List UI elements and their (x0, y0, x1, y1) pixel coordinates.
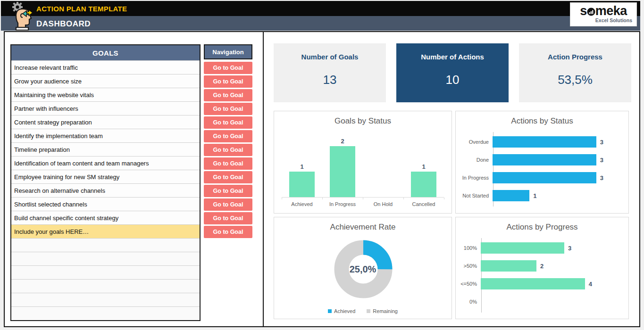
category-label: 100% (460, 245, 481, 251)
bar (481, 260, 536, 272)
bar-value-label: 1 (300, 163, 303, 170)
navigation-column: Navigation Go to GoalGo to GoalGo to Goa… (204, 44, 252, 238)
someka-logo[interactable]: smeka Excel Solutions (570, 2, 637, 26)
nav-slot: Go to Goal (204, 74, 252, 88)
go-to-goal-button[interactable]: Go to Goal (204, 157, 252, 170)
app-title: ACTION PLAN TEMPLATE (36, 5, 127, 13)
category-label: 0% (460, 299, 481, 305)
bar (493, 154, 596, 165)
bar-value-label: 1 (422, 163, 425, 170)
actions-by-status-plot: Overdue3Done3In Progress3Not Started1 (460, 133, 603, 205)
axis-tick (282, 198, 282, 199)
axis-tick (363, 198, 363, 199)
column-slot: 1 (403, 134, 444, 197)
goal-cell[interactable]: Partner with influencers (11, 101, 200, 115)
navigation-buttons: Go to GoalGo to GoalGo to GoalGo to Goal… (204, 60, 252, 238)
bar-value-label: 3 (600, 139, 603, 146)
bar (493, 172, 596, 183)
category-label: Done (460, 157, 493, 163)
go-to-goal-button[interactable]: Go to Goal (204, 212, 252, 224)
goal-cell-empty[interactable] (11, 279, 200, 293)
goal-cell[interactable]: Employee training for new SM strategy (11, 170, 200, 183)
bar-track: 3 (493, 172, 603, 183)
go-to-goal-button[interactable]: Go to Goal (204, 144, 252, 156)
legend-swatch (328, 309, 332, 313)
column-slot (363, 134, 403, 197)
goal-cell-empty[interactable] (11, 238, 200, 252)
go-to-goal-button[interactable]: Go to Goal (204, 116, 252, 129)
goal-cell[interactable]: Grow your audience size (11, 74, 200, 88)
bar-row: 0% (460, 293, 592, 311)
category-label: Cancelled (403, 201, 444, 207)
category-label: >50% (460, 263, 481, 269)
actions-by-progress-plot: 100%3>50%2<=50%40% (460, 239, 592, 311)
goals-rows: Increase relevant trafficGrow your audie… (11, 60, 200, 320)
bar-value-label: 3 (600, 157, 603, 164)
go-to-goal-button[interactable]: Go to Goal (204, 62, 252, 74)
nav-slot: Go to Goal (204, 197, 252, 211)
goal-cell[interactable]: Build channel specific content strategy (11, 211, 200, 224)
nav-slot: Go to Goal (204, 129, 252, 142)
bar-row: 100%3 (460, 239, 592, 257)
bar-value-label: 3 (600, 174, 603, 182)
goal-cell[interactable]: Content strategy preparation (11, 115, 200, 129)
nav-slot: Go to Goal (204, 211, 252, 224)
goal-cell-empty[interactable] (11, 306, 200, 320)
goal-cell[interactable]: Identification of team content and team … (11, 156, 200, 170)
axis-tick (444, 198, 444, 199)
bar-row: Done3 (460, 151, 603, 169)
goal-cell[interactable]: Research on alternative channels (11, 183, 200, 197)
nav-slot: Go to Goal (204, 115, 252, 129)
goals-table-header: GOALS (11, 45, 200, 60)
goal-cell[interactable]: Maintaining the website vitals (11, 88, 200, 101)
goals-by-status-category-labels: AchievedIn ProgressOn HoldCancelled (282, 201, 444, 207)
goal-cell[interactable]: Shortlist selected channels (11, 197, 200, 211)
bar (493, 136, 596, 148)
bar-value-label: 2 (540, 263, 544, 270)
go-to-goal-button[interactable]: Go to Goal (204, 130, 252, 142)
go-to-goal-button[interactable]: Go to Goal (204, 171, 252, 183)
category-label: <=50% (460, 281, 481, 287)
bar-row: <=50%4 (460, 275, 592, 293)
chart-title-achievement-rate: Achievement Rate (274, 223, 452, 232)
app-header: ACTION PLAN TEMPLATE DASHBOARD smeka Exc… (1, 1, 640, 31)
logo-chart-icon (587, 8, 595, 16)
bar-row: Not Started1 (460, 187, 603, 205)
bar-value-label: 1 (533, 192, 536, 199)
category-label: In Progress (322, 201, 363, 207)
go-to-goal-button[interactable]: Go to Goal (204, 75, 252, 88)
chart-goals-by-status: Goals by Status 121 AchievedIn ProgressO… (274, 111, 452, 214)
bar-row: Overdue3 (460, 133, 603, 151)
goal-cell[interactable]: Include your goals HERE… (11, 224, 200, 238)
chart-title-goals-by-status: Goals by Status (274, 116, 452, 126)
goal-cell-empty[interactable] (11, 252, 200, 265)
goal-cell[interactable]: Timeline preparation (11, 142, 200, 156)
legend-item: Remaining (367, 308, 398, 314)
go-to-goal-button[interactable]: Go to Goal (204, 198, 252, 211)
go-to-goal-button[interactable]: Go to Goal (204, 185, 252, 197)
goal-cell[interactable]: Increase relevant traffic (11, 60, 200, 74)
bar (481, 242, 564, 254)
page-title: DASHBOARD (36, 19, 91, 29)
category-label: In Progress (460, 175, 493, 181)
bar (493, 190, 529, 201)
bar-track: 3 (481, 242, 592, 254)
goal-cell[interactable]: Identify the implementation team (11, 129, 200, 142)
kpi-label: Action Progress (519, 53, 631, 61)
go-to-goal-button[interactable]: Go to Goal (204, 89, 252, 101)
goal-cell-empty[interactable] (11, 293, 200, 306)
kpi-card: Action Progress53,5% (519, 43, 631, 102)
nav-slot: Go to Goal (204, 88, 252, 101)
navigation-header: Navigation (204, 44, 252, 59)
goals-by-status-plot: 121 (282, 134, 444, 198)
nav-slot: Go to Goal (204, 101, 252, 115)
bar (481, 278, 585, 289)
nav-slot: Go to Goal (204, 142, 252, 156)
category-label: Achieved (282, 201, 322, 207)
legend-swatch (367, 309, 370, 313)
goal-cell-empty[interactable] (11, 265, 200, 279)
bar-track: 4 (481, 278, 592, 289)
go-to-goal-button[interactable]: Go to Goal (204, 226, 252, 238)
go-to-goal-button[interactable]: Go to Goal (204, 103, 252, 115)
column-slot: 1 (282, 134, 322, 197)
